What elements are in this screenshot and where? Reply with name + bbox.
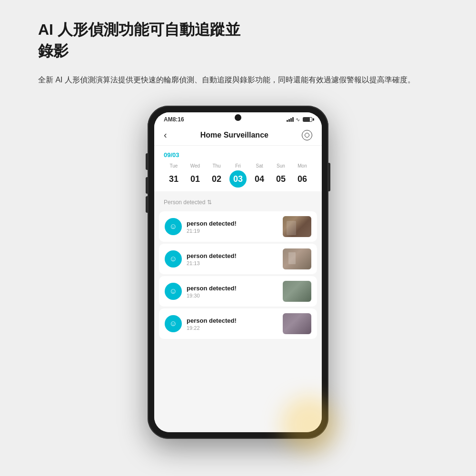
sort-icon: ⇅	[207, 199, 212, 206]
day-num-wed: 01	[187, 170, 204, 188]
day-item-sun[interactable]: Sun 05	[271, 163, 291, 188]
title-line1: AI 人形偵測功能可自動追蹤並	[38, 21, 240, 38]
text-section: AI 人形偵測功能可自動追蹤並 錄影 全新 AI 人形偵測演算法提供更快速的輪廓…	[0, 0, 476, 96]
thumb-image-4	[283, 313, 311, 334]
day-item-tue[interactable]: Tue 31	[164, 163, 184, 188]
back-button[interactable]: ‹	[164, 129, 167, 140]
camera-notch	[235, 114, 241, 121]
person-icon-4: ☺	[169, 319, 177, 328]
day-name-tue: Tue	[170, 163, 178, 169]
event-title-3: person detected!	[187, 285, 278, 292]
day-name-wed: Wed	[190, 163, 200, 169]
signal-bar-3	[290, 118, 292, 122]
event-time-1: 21:19	[187, 228, 278, 234]
day-num-fri: 03	[229, 170, 247, 188]
day-name-mon: Mon	[298, 163, 307, 169]
event-info-3: person detected! 19:30	[187, 285, 278, 298]
status-icons: ∿	[287, 117, 312, 123]
day-name-sun: Sun	[277, 163, 285, 169]
event-info-2: person detected! 21:13	[187, 252, 278, 266]
thumb-image-3	[283, 281, 311, 302]
signal-bars	[287, 117, 294, 122]
event-item-3[interactable]: ☺ person detected! 19:30	[159, 276, 317, 307]
title-line2: 錄影	[38, 42, 69, 60]
battery-icon	[303, 117, 312, 122]
sub-text: 全新 AI 人形偵測演算法提供更快速的輪廓偵測、自動追蹤與錄影功能，同時還能有效…	[38, 73, 438, 87]
app-title: Home Surveillance	[200, 131, 268, 139]
signal-bar-4	[292, 117, 294, 122]
event-thumb-2	[283, 248, 311, 269]
event-icon-4: ☺	[165, 315, 182, 332]
day-name-sat: Sat	[256, 163, 263, 169]
signal-bar-2	[288, 119, 290, 122]
calendar-date-label: 09/03	[164, 151, 312, 159]
event-info-4: person detected! 19:22	[187, 317, 278, 331]
settings-button[interactable]	[302, 130, 312, 140]
thumb-image-1	[283, 216, 311, 237]
event-item-2[interactable]: ☺ person detected! 21:13	[159, 244, 317, 274]
day-name-fri: Fri	[235, 163, 241, 169]
event-item-1[interactable]: ☺ person detected! 21:19	[159, 211, 317, 242]
day-name-thu: Thu	[212, 163, 220, 169]
day-num-mon: 06	[294, 170, 311, 188]
event-time-3: 19:30	[187, 293, 278, 298]
section-label: Person detected ⇅	[154, 195, 322, 209]
status-time: AM8:16	[164, 116, 184, 123]
event-item-4[interactable]: ☺ person detected! 19:22	[159, 308, 317, 339]
day-item-mon[interactable]: Mon 06	[292, 163, 312, 188]
calendar-days: Tue 31 Wed 01 Thu 02 Fri 03	[164, 163, 312, 188]
signal-bar-1	[287, 120, 288, 122]
event-info-1: person detected! 21:19	[187, 220, 278, 234]
page-container: AI 人形偵測功能可自動追蹤並 錄影 全新 AI 人形偵測演算法提供更快速的輪廓…	[0, 0, 476, 476]
day-num-sat: 04	[251, 170, 268, 188]
decorative-glow	[281, 396, 338, 453]
event-icon-1: ☺	[165, 218, 182, 235]
event-time-2: 21:13	[187, 260, 278, 266]
event-title-4: person detected!	[187, 317, 278, 324]
event-title-1: person detected!	[187, 220, 278, 227]
battery-fill	[303, 118, 310, 121]
event-thumb-4	[283, 313, 311, 334]
event-thumb-1	[283, 216, 311, 237]
event-icon-3: ☺	[165, 283, 182, 300]
wifi-icon: ∿	[296, 117, 300, 123]
day-item-wed[interactable]: Wed 01	[185, 163, 205, 188]
thumb-image-2	[283, 248, 311, 269]
status-bar: AM8:16 ∿	[154, 112, 322, 125]
day-item-fri[interactable]: Fri 03	[228, 163, 248, 188]
person-icon-3: ☺	[169, 287, 177, 296]
person-icon-2: ☺	[169, 255, 177, 263]
event-thumb-3	[283, 281, 311, 302]
event-time-4: 19:22	[187, 325, 278, 331]
app-header: ‹ Home Surveillance	[154, 125, 322, 146]
phone-screen: AM8:16 ∿ ‹ Home	[154, 112, 322, 432]
event-title-2: person detected!	[187, 252, 278, 259]
event-icon-2: ☺	[165, 250, 182, 268]
day-item-sat[interactable]: Sat 04	[249, 163, 269, 188]
section-label-text: Person detected	[164, 199, 205, 206]
calendar-section: 09/03 Tue 31 Wed 01 Thu 02 Fr	[154, 146, 322, 191]
day-item-thu[interactable]: Thu 02	[207, 163, 227, 188]
day-num-tue: 31	[165, 170, 182, 188]
day-num-thu: 02	[208, 170, 225, 188]
main-title: AI 人形偵測功能可自動追蹤並 錄影	[38, 19, 438, 62]
day-num-sun: 05	[272, 170, 289, 188]
events-section: Person detected ⇅ ☺ person detected! 21:…	[154, 191, 322, 432]
person-icon-1: ☺	[169, 222, 177, 231]
phone-wrapper: AM8:16 ∿ ‹ Home	[148, 106, 328, 439]
